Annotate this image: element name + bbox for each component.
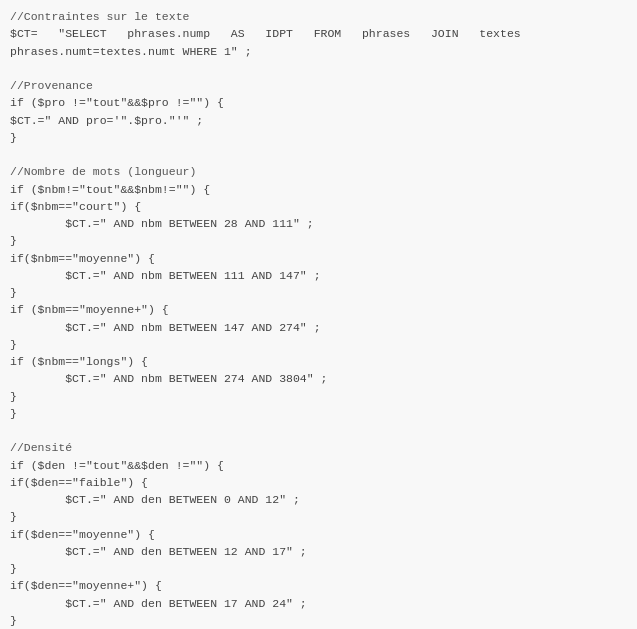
code-block: //Contraintes sur le texte $CT= "SELECT …	[10, 8, 627, 629]
code-container: //Contraintes sur le texte $CT= "SELECT …	[0, 0, 637, 629]
